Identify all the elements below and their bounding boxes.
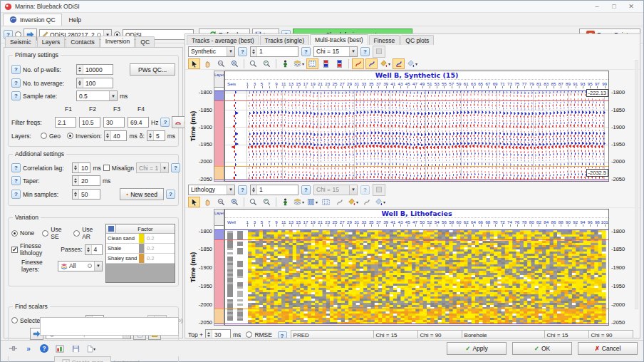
finesse-lithology-checkbox[interactable] xyxy=(11,247,18,253)
freq-input[interactable]: 10.5 xyxy=(79,117,100,128)
wiggle-red-icon[interactable] xyxy=(352,58,364,69)
fill-bucket-icon[interactable]: ▾ xyxy=(379,58,391,69)
select-cursor-icon[interactable] xyxy=(188,58,200,69)
apply-button[interactable]: ✓Apply xyxy=(447,342,507,355)
layers-menu-icon[interactable]: ▾ xyxy=(293,197,305,207)
help-icon[interactable]: ? xyxy=(238,47,247,56)
help-icon[interactable]: ? xyxy=(11,176,21,185)
display-tab[interactable]: Finesse xyxy=(369,35,400,45)
freq-input[interactable]: 2.1 xyxy=(55,117,76,128)
variation-option[interactable]: Use SE xyxy=(42,226,66,240)
zoom-window-icon[interactable] xyxy=(215,197,227,207)
help-icon[interactable]: ? xyxy=(160,118,170,127)
taper-stepper[interactable]: 20 xyxy=(72,175,100,186)
menu-tab-help[interactable]: Help xyxy=(63,15,87,26)
close-button[interactable]: ✕ xyxy=(623,1,640,12)
settings-tab[interactable]: Contacts xyxy=(66,36,100,47)
wiggle-blue-icon[interactable] xyxy=(365,58,378,69)
corr-lag-stepper[interactable]: 10 xyxy=(72,162,90,173)
select-cursor-icon[interactable] xyxy=(188,197,200,207)
realization-stepper[interactable]: 1 xyxy=(250,46,298,57)
fill-bucket2-icon[interactable]: ▾ xyxy=(374,197,386,207)
help-icon[interactable]: ? xyxy=(301,47,311,56)
grid-toggle-icon[interactable] xyxy=(320,197,332,207)
avg-stepper[interactable]: 100 xyxy=(76,78,113,88)
help-icon[interactable]: ? xyxy=(238,185,247,195)
display-type-select[interactable]: Synthetic▼ xyxy=(188,46,235,57)
save-icon[interactable] xyxy=(69,343,82,354)
delta-stepper[interactable]: 5 xyxy=(147,130,165,141)
factor-row[interactable]: Shale 0.2 xyxy=(106,244,175,254)
new-document-icon[interactable]: ▾ xyxy=(85,343,98,354)
pws-qc-button[interactable]: PWs QC... xyxy=(130,63,175,76)
geo-radio[interactable] xyxy=(41,133,47,139)
display-tab[interactable]: Tracks - average (best) xyxy=(187,35,259,45)
help-icon[interactable]: ? xyxy=(11,78,21,88)
inversion-interval-stepper[interactable]: 40 xyxy=(104,130,128,141)
zoom-out-icon[interactable] xyxy=(229,58,241,69)
pan-hand-icon[interactable] xyxy=(202,58,214,69)
cancel-button[interactable]: ✗Cancel xyxy=(578,342,638,355)
help-icon[interactable]: ? xyxy=(11,163,21,172)
display-type-select[interactable]: Lithology▼ xyxy=(188,185,235,195)
zoom-reset-icon[interactable] xyxy=(247,58,259,69)
finesse-layers-select[interactable]: All ▼ xyxy=(58,261,103,272)
layers-strip[interactable] xyxy=(214,226,224,326)
display-tab[interactable]: Tracks (single) xyxy=(260,35,309,45)
ok-button[interactable]: ✓OK xyxy=(512,342,572,355)
display-tab[interactable]: Multi-tracks (best) xyxy=(310,34,368,45)
help-icon[interactable]: ? xyxy=(301,185,311,195)
top-stepper[interactable]: 30 xyxy=(205,329,231,338)
help-icon[interactable]: ? xyxy=(11,65,21,74)
pin-icon[interactable] xyxy=(6,343,19,354)
zoom-window-icon[interactable] xyxy=(215,58,227,69)
chart-settings-icon[interactable] xyxy=(53,343,66,354)
freq-input[interactable]: 69.4 xyxy=(128,117,149,128)
grid-toggle-icon[interactable] xyxy=(306,58,318,69)
misalign-checkbox[interactable] xyxy=(103,165,110,171)
expand-chevrons-icon[interactable]: » xyxy=(22,343,35,354)
realization-stepper[interactable]: 1 xyxy=(250,185,298,195)
min-samples-stepper[interactable]: 50 xyxy=(72,189,100,200)
rate-select[interactable]: 0.5▼ xyxy=(76,90,118,101)
zoom-refresh-icon[interactable] xyxy=(261,58,273,69)
well-walker-icon[interactable] xyxy=(279,197,291,207)
layers-strip[interactable] xyxy=(214,88,224,182)
pwells-stepper[interactable]: 10000 xyxy=(76,64,113,75)
zoom-refresh-icon[interactable] xyxy=(261,197,273,207)
settings-tab[interactable]: Inversion xyxy=(100,36,135,47)
selected-radio[interactable] xyxy=(11,317,18,324)
settings-tab[interactable]: Seismic xyxy=(5,36,36,47)
fill-bucket2-icon[interactable]: ▾ xyxy=(406,58,418,69)
fill-bucket-icon[interactable]: ▾ xyxy=(347,197,359,207)
variation-option[interactable]: Use AR xyxy=(73,226,97,240)
message-listbox[interactable] xyxy=(40,317,179,336)
wiggle-fill-icon[interactable] xyxy=(393,58,405,69)
synthetic-wiggle-canvas[interactable] xyxy=(225,88,608,181)
factor-row[interactable]: Shaley sand 0.2 xyxy=(106,254,175,264)
display-tab[interactable]: QC plots xyxy=(400,35,434,45)
layers-menu-icon[interactable]: ▾ xyxy=(293,58,305,69)
wiggle2-icon[interactable] xyxy=(360,197,373,207)
zoom-out-icon[interactable] xyxy=(229,197,241,207)
settings-tab[interactable]: Layers xyxy=(37,36,66,47)
variation-option[interactable]: None xyxy=(11,229,34,237)
help-icon[interactable]: ? xyxy=(11,91,21,100)
help-icon[interactable]: ? xyxy=(360,47,370,56)
help-icon[interactable]: ? xyxy=(278,331,287,338)
pan-hand-icon[interactable] xyxy=(202,197,214,207)
polarity-reverse-icon[interactable] xyxy=(333,58,346,69)
columns-display-icon[interactable]: ▾ xyxy=(306,197,318,207)
help-icon[interactable]: ? xyxy=(11,190,21,199)
new-seed-button[interactable]: New seed xyxy=(120,188,164,200)
passes-stepper[interactable]: 4 xyxy=(85,244,103,255)
menu-tab-inversion-qc[interactable]: Inversion QC xyxy=(3,14,62,26)
zoom-reset-icon[interactable] xyxy=(247,197,259,207)
inversion-radio[interactable] xyxy=(67,133,73,139)
help-icon[interactable]: ? xyxy=(166,190,175,199)
help-icon[interactable]: ? xyxy=(171,163,180,172)
polarity-normal-icon[interactable] xyxy=(320,58,332,69)
wiggle-icon[interactable] xyxy=(333,197,346,207)
chi-select[interactable]: Chi = 15▼ xyxy=(313,46,358,57)
settings-tab[interactable]: QC xyxy=(135,36,155,47)
